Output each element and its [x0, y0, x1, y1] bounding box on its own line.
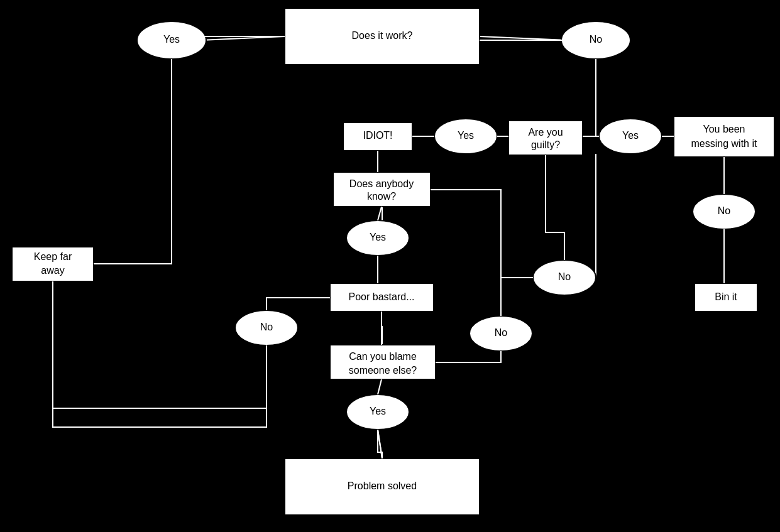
- no-blame-label: No: [260, 322, 273, 332]
- yes-messing-label: Yes: [622, 130, 639, 141]
- yes-blame-label: Yes: [370, 406, 386, 416]
- bin-it-label: Bin it: [715, 291, 737, 302]
- svg-line-21: [378, 430, 382, 459]
- flowchart: Does it work? Yes No IDIOT! Yes Are you …: [0, 0, 780, 532]
- no-mid-label: No: [558, 271, 571, 282]
- you-been-messing-label: You been: [703, 124, 745, 134]
- keep-far-away-label2: away: [41, 265, 64, 276]
- no-right-label: No: [495, 327, 508, 338]
- no-messing-label: No: [718, 205, 731, 216]
- problem-solved-label: Problem solved: [348, 480, 417, 491]
- svg-line-20: [378, 379, 382, 394]
- can-you-blame-label2: someone else?: [349, 365, 417, 376]
- are-you-guilty-label2: guilty?: [531, 139, 560, 150]
- yes-top-label: Yes: [163, 34, 180, 45]
- keep-far-away-label: Keep far: [34, 251, 72, 262]
- does-anybody-know-label: Does anybody: [349, 178, 414, 189]
- does-it-work-label: Does it work?: [352, 30, 413, 41]
- svg-line-17: [378, 207, 382, 220]
- poor-bastard-label: Poor bastard...: [349, 291, 415, 302]
- idiot-label: IDIOT!: [363, 130, 392, 141]
- yes-know-label: Yes: [370, 232, 386, 242]
- you-been-messing-box: [674, 116, 774, 157]
- are-you-guilty-label: Are you: [528, 127, 563, 138]
- no-top-label: No: [590, 34, 603, 45]
- yes-guilty-label: Yes: [458, 130, 474, 141]
- can-you-blame-label: Can you blame: [349, 351, 417, 362]
- you-been-messing-label2: messing with it: [691, 138, 757, 149]
- does-anybody-know-label2: know?: [367, 191, 396, 202]
